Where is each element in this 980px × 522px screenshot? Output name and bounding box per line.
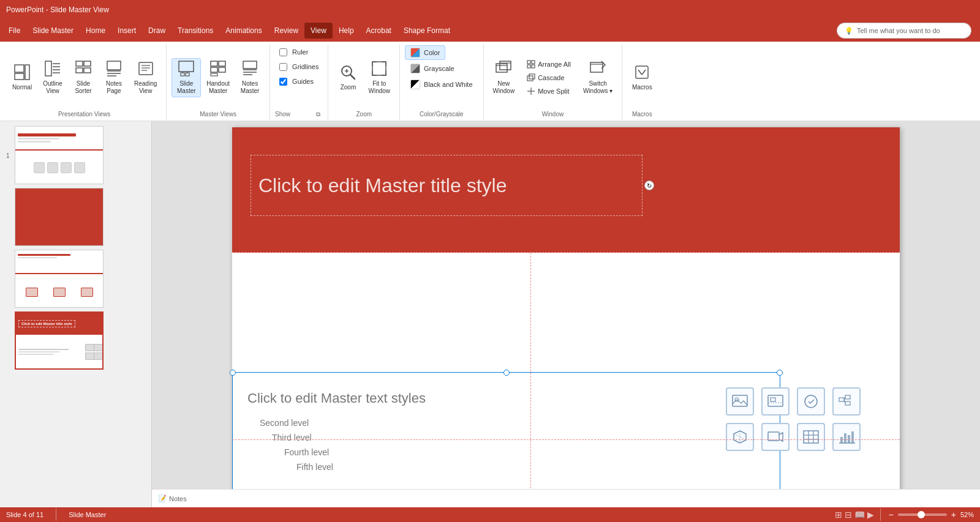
svg-rect-39	[496, 64, 507, 72]
gridlines-checkbox[interactable]	[279, 63, 287, 71]
normal-view-btn[interactable]: Normal	[7, 58, 37, 97]
grayscale-btn[interactable]: Grayscale	[405, 61, 460, 76]
move-split-btn[interactable]: Move Split	[522, 85, 575, 97]
menu-animations[interactable]: Animations	[219, 23, 268, 39]
slide-sorter-status-btn[interactable]: ⊟	[845, 510, 852, 520]
menu-review[interactable]: Review	[268, 23, 304, 39]
reading-view-status-btn[interactable]: 📖	[854, 510, 865, 520]
guides-checkbox[interactable]	[279, 78, 287, 86]
menu-file[interactable]: File	[2, 23, 26, 39]
gridlines-checkbox-label[interactable]: Gridlines	[275, 60, 323, 73]
svg-rect-10	[76, 68, 83, 73]
slide-sorter-btn[interactable]: SlideSorter	[69, 58, 98, 97]
notes-page-btn[interactable]: NotesPage	[99, 58, 129, 97]
master-title-box[interactable]: Click to edit Master title style ↻	[251, 155, 643, 216]
slide-item-4[interactable]: Click to edit Master title style	[5, 311, 146, 370]
handle-top-left[interactable]	[230, 370, 236, 376]
menu-view[interactable]: View	[304, 23, 333, 39]
zoom-level[interactable]: 52%	[960, 511, 974, 518]
new-window-btn[interactable]: NewWindow	[489, 58, 519, 97]
svg-rect-69	[768, 432, 779, 441]
ruler-checkbox-label[interactable]: Ruler	[275, 45, 312, 59]
svg-rect-77	[848, 435, 850, 443]
tell-me-box[interactable]: 💡 Tell me what you want to do	[837, 23, 971, 39]
arrange-all-icon	[527, 60, 535, 69]
zoom-thumb[interactable]	[918, 511, 925, 518]
menu-shape-format[interactable]: Shape Format	[398, 23, 456, 39]
icon-placeholder-3d[interactable]	[726, 423, 754, 451]
svg-line-35	[350, 75, 355, 79]
macros-btn[interactable]: Macros	[627, 58, 657, 97]
slide-thumb-2[interactable]	[15, 188, 104, 246]
slide-item-2[interactable]	[5, 188, 146, 246]
zoom-label: Zoom	[341, 84, 356, 91]
icon-placeholder-table[interactable]	[797, 423, 825, 451]
notes-master-icon	[241, 60, 258, 79]
guides-checkbox-label[interactable]: Guides	[275, 75, 318, 88]
menu-insert[interactable]: Insert	[111, 23, 142, 39]
zoom-btn[interactable]: Zoom	[333, 58, 363, 97]
normal-status-btn[interactable]: ⊞	[835, 510, 842, 520]
thumb1-icon1	[34, 162, 45, 173]
icon-placeholder-icon[interactable]	[797, 387, 825, 416]
menu-transitions[interactable]: Transitions	[172, 23, 219, 39]
content-title: Click to edit Master text styles	[247, 390, 517, 406]
color-btn[interactable]: Color	[405, 45, 445, 60]
macros-group: Macros Macros	[622, 44, 662, 121]
svg-rect-11	[84, 68, 91, 73]
handle-top-right[interactable]	[777, 370, 783, 376]
notes-master-btn[interactable]: NotesMaster	[235, 58, 265, 97]
svg-rect-53	[636, 66, 648, 78]
notes-bar[interactable]: 📝 Notes	[152, 489, 980, 507]
level-third: Third level	[247, 430, 517, 445]
presentation-views-buttons: Normal OutlineView	[7, 45, 161, 110]
svg-rect-3	[45, 61, 51, 76]
handout-master-btn[interactable]: HandoutMaster	[202, 58, 234, 97]
color-label: Color	[424, 49, 440, 56]
menu-draw[interactable]: Draw	[142, 23, 172, 39]
menu-bar: File Slide Master Home Insert Draw Trans…	[0, 20, 980, 42]
icon-placeholder-image[interactable]	[726, 387, 754, 416]
icon-placeholder-video[interactable]	[761, 423, 790, 451]
slide-master-btn[interactable]: SlideMaster	[172, 58, 201, 97]
slide-panel: 1	[0, 121, 152, 522]
normal-view-icon	[13, 64, 31, 83]
zoom-in-btn[interactable]: +	[949, 510, 958, 520]
slide-thumb-3[interactable]	[15, 250, 104, 308]
icon-placeholder-smartart[interactable]	[832, 387, 861, 416]
outline-view-btn[interactable]: OutlineView	[38, 58, 67, 97]
thumb1-bottom	[15, 151, 103, 184]
ruler-checkbox[interactable]	[279, 48, 287, 56]
zoom-slider[interactable]	[898, 513, 947, 516]
arrange-all-btn[interactable]: Arrange All	[522, 58, 575, 70]
cascade-btn[interactable]: Cascade	[522, 72, 575, 84]
menu-help[interactable]: Help	[333, 23, 360, 39]
icon-placeholder-picture[interactable]	[761, 387, 790, 416]
grayscale-swatch	[410, 64, 420, 73]
menu-slide-master[interactable]: Slide Master	[26, 23, 80, 39]
rotate-handle[interactable]: ↻	[644, 181, 654, 190]
icon-placeholder-chart[interactable]	[832, 423, 861, 451]
title-bar-text: PowerPoint - Slide Master View	[6, 6, 109, 14]
black-white-btn[interactable]: Black and White	[405, 77, 478, 92]
handle-top-middle[interactable]	[503, 370, 510, 376]
thumb3-shape1	[26, 288, 38, 297]
menu-home[interactable]: Home	[80, 23, 111, 39]
switch-windows-btn[interactable]: SwitchWindows ▾	[579, 58, 617, 97]
slide-canvas[interactable]: Click to edit Master title style ↻	[232, 127, 900, 504]
reading-view-btn[interactable]: ReadingView	[130, 58, 161, 97]
slide-item-3[interactable]	[5, 250, 146, 308]
zoom-out-btn[interactable]: −	[887, 510, 895, 520]
menu-acrobat[interactable]: Acrobat	[360, 23, 398, 39]
slide-item-1[interactable]: 1	[5, 126, 146, 184]
master-title-text: Click to edit Master title style	[258, 174, 507, 197]
status-right: ⊞ ⊟ 📖 ▶ − + 52%	[835, 509, 974, 521]
normal-view-label: Normal	[12, 84, 32, 91]
show-expand-icon[interactable]: ⧉	[314, 110, 323, 119]
content-text-area[interactable]: Click to edit Master text styles Second …	[232, 378, 532, 487]
slide-thumb-4[interactable]: Click to edit Master title style	[15, 311, 104, 370]
slideshow-status-btn[interactable]: ▶	[867, 510, 874, 520]
fit-window-btn[interactable]: Fit toWindow	[364, 58, 394, 97]
slide-thumb-1[interactable]	[15, 126, 104, 184]
svg-rect-78	[851, 431, 854, 443]
